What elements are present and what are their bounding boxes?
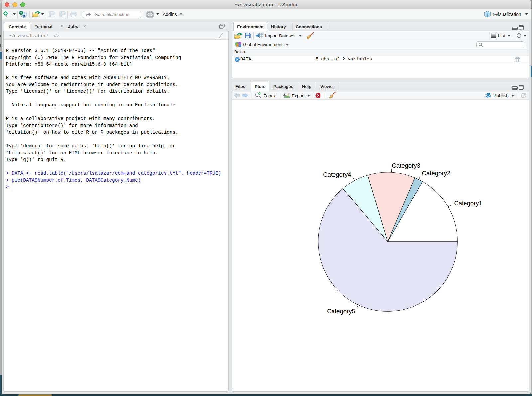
svg-text:Category5: Category5 [327,308,355,315]
svg-text:Category4: Category4 [323,171,351,178]
svg-text:R: R [486,13,489,17]
svg-text:Category3: Category3 [392,162,420,169]
svg-text:R: R [23,14,25,18]
svg-text:Category2: Category2 [422,170,450,177]
svg-text:Category1: Category1 [454,200,482,207]
